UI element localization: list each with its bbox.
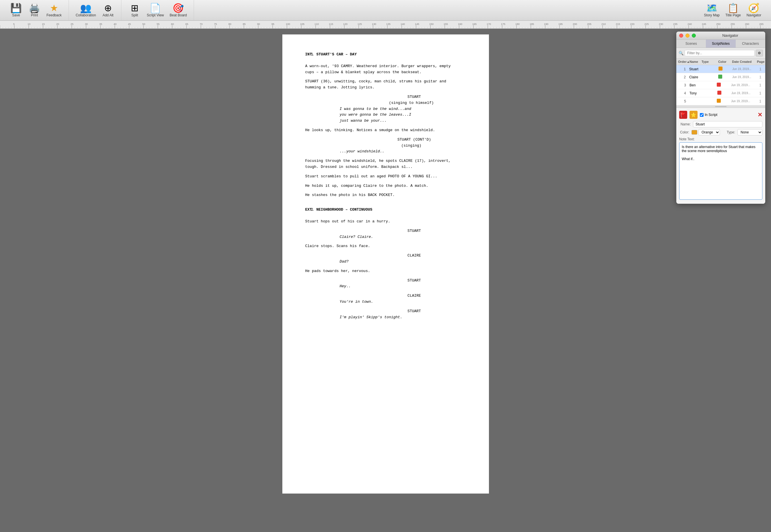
- row-date: Jun 19, 2019...: [729, 82, 755, 88]
- scene2-action1: Stuart hops out of his car in a hurry.: [305, 219, 455, 225]
- scene2-char5: STUART: [363, 308, 466, 314]
- print-button[interactable]: 🖨️ Print: [26, 2, 43, 18]
- beat-board-label: Beat Board: [170, 13, 187, 17]
- scene1-number: 1: [311, 52, 313, 58]
- row-type: [698, 92, 715, 95]
- table-row[interactable]: 1 Stuart Jun 19, 2019... 1: [676, 65, 765, 73]
- color-swatch: [717, 83, 721, 87]
- table-row[interactable]: 4 Tony Jun 19, 2019... 1: [676, 89, 765, 97]
- row-color: [715, 81, 729, 89]
- save-label: Save: [12, 13, 20, 17]
- zoom-button[interactable]: [692, 34, 696, 38]
- flag-icon[interactable]: 🚩: [679, 111, 687, 119]
- col-name[interactable]: Name: [688, 59, 700, 65]
- color-type-row: Color: Orange Red Green Blue Type: None …: [679, 129, 762, 135]
- table-row[interactable]: 2 Claire Jun 19, 2019... 1: [676, 73, 765, 81]
- scene1-char1: STUART: [363, 94, 466, 100]
- table-row[interactable]: 3 Ben Jun 19, 2019... 1: [676, 81, 765, 89]
- story-map-button[interactable]: 🗺️ Story Map: [702, 2, 722, 18]
- color-swatch: [718, 67, 723, 71]
- type-select[interactable]: None Story Character: [737, 129, 762, 135]
- star-icon[interactable]: ⭐: [690, 111, 698, 119]
- beat-board-button[interactable]: 🎯 Beat Board: [167, 2, 189, 18]
- note-textarea[interactable]: Is there an alternative intro for Stuart…: [679, 142, 762, 200]
- row-date: Jun 19, 2019...: [731, 74, 756, 80]
- scene2-dial4: You're in town.: [340, 299, 432, 305]
- script-area[interactable]: 1 INT. STUART'S CAR – DAY A worn-out, '9…: [0, 29, 771, 532]
- search-input[interactable]: [685, 50, 755, 56]
- script-view-button[interactable]: 📄 Script View: [144, 2, 166, 18]
- note-text-label: Note Text:: [679, 137, 762, 141]
- col-date[interactable]: Date Created: [730, 59, 755, 65]
- row-name: Tony: [688, 90, 698, 97]
- scene2-char1: STUART: [363, 228, 466, 234]
- resize-handle: [715, 106, 727, 107]
- col-page[interactable]: Page: [755, 59, 765, 65]
- tab-characters[interactable]: Characters: [736, 40, 765, 48]
- settings-button[interactable]: ⚙: [756, 50, 763, 57]
- scene2-action2: Claire stops. Scans his face.: [305, 243, 455, 249]
- scene2-char3: STUART: [363, 278, 466, 284]
- color-swatch: [718, 75, 722, 79]
- table-row[interactable]: 5 Jun 19, 2019... 1: [676, 97, 765, 105]
- scene1-heading: INT. STUART'S CAR – DAY: [305, 52, 466, 58]
- minimize-button[interactable]: [685, 34, 690, 38]
- in-script-checkbox[interactable]: In Script: [700, 113, 717, 117]
- search-icon: 🔍: [679, 51, 683, 55]
- name-label: Name:: [679, 122, 691, 126]
- story-map-label: Story Map: [704, 13, 720, 17]
- main-area: 1 INT. STUART'S CAR – DAY A worn-out, '9…: [0, 29, 771, 532]
- row-name: [688, 100, 698, 103]
- script-view-icon: 📄: [149, 3, 161, 13]
- scene1-paren1: (singing to himself): [357, 100, 466, 106]
- note-close-button[interactable]: ✕: [758, 111, 762, 118]
- title-page-icon: 📋: [727, 3, 739, 13]
- col-order[interactable]: Order▲: [676, 59, 688, 65]
- row-type: [700, 76, 716, 79]
- feedback-label: Feedback: [46, 13, 62, 17]
- save-icon: 💾: [10, 3, 22, 13]
- note-toolbar: 🚩 ⭐ In Script ✕: [679, 111, 762, 119]
- scene1-action6: He holds it up, comparing Claire to the …: [305, 183, 455, 189]
- name-row: Name:: [679, 121, 762, 127]
- tab-scenes[interactable]: Scenes: [676, 40, 706, 48]
- navigator-panel: Navigator Scenes ScriptNotes Characters …: [676, 32, 765, 204]
- split-label: Split: [131, 13, 138, 17]
- scene1-action3: He looks up, thinking. Notices a smudge …: [305, 127, 455, 133]
- color-selector[interactable]: Orange Red Green Blue: [692, 129, 720, 135]
- color-swatch: [717, 99, 721, 103]
- scene2-dial1: Claire? Claire.: [340, 234, 432, 240]
- col-type[interactable]: Type: [700, 59, 716, 65]
- tab-scriptnotes[interactable]: ScriptNotes: [706, 40, 735, 48]
- scene1-action5: Stuart scrambles to pull out an aged PHO…: [305, 174, 455, 180]
- scene2-heading: EXT. NEIGHBORHOOD – CONTINUOUS: [305, 207, 466, 213]
- scene2-dial5: I'm playin' Skipp's tonight.: [340, 314, 432, 321]
- col-color[interactable]: Color: [716, 59, 730, 65]
- navigator-table: Order▲ Name Type Color Date Created Page…: [676, 59, 765, 105]
- close-button[interactable]: [679, 34, 683, 38]
- row-color: [716, 73, 731, 81]
- row-color: [717, 65, 731, 73]
- add-alt-button[interactable]: ⊕ Add Alt: [99, 2, 116, 18]
- save-button[interactable]: 💾 Save: [7, 2, 25, 18]
- scene2-dial3: Hey..: [340, 284, 432, 290]
- navigator-button[interactable]: 🧭 Navigator: [744, 2, 764, 18]
- print-icon: 🖨️: [29, 3, 40, 13]
- add-alt-icon: ⊕: [104, 3, 112, 13]
- file-group: 💾 Save 🖨️ Print ★ Feedback: [3, 0, 69, 20]
- scene2-char4: CLAIRE: [363, 293, 466, 299]
- color-select[interactable]: Orange Red Green Blue: [698, 129, 720, 135]
- beat-board-icon: 🎯: [172, 3, 184, 13]
- color-swatch: [717, 91, 721, 95]
- title-page-label: Title Page: [725, 13, 741, 17]
- feedback-button[interactable]: ★ Feedback: [44, 2, 64, 18]
- navigator-label: Navigator: [747, 13, 761, 17]
- split-button[interactable]: ⊞ Split: [126, 2, 143, 18]
- in-script-check[interactable]: [700, 113, 704, 117]
- row-order: 2: [676, 74, 688, 81]
- title-page-button[interactable]: 📋 Title Page: [723, 2, 743, 18]
- collaboration-label: Collaboration: [76, 13, 96, 17]
- scene1-action7: He stashes the photo in his BACK POCKET.: [305, 192, 455, 198]
- name-input[interactable]: [693, 121, 762, 127]
- collaboration-button[interactable]: 👥 Collaboration: [73, 2, 98, 18]
